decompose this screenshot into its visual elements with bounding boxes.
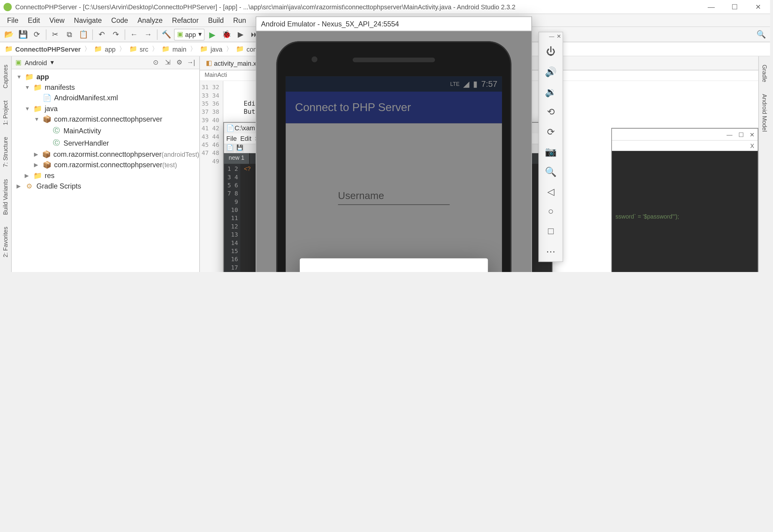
- tree-item[interactable]: ▶📦com.razormist.connecttophpserver (andr…: [12, 149, 199, 160]
- home-icon[interactable]: ○: [539, 201, 562, 221]
- menu-code[interactable]: Code: [106, 15, 132, 26]
- undo-icon[interactable]: ↶: [95, 28, 108, 41]
- left-tab[interactable]: 1: Project: [1, 97, 10, 128]
- cut-icon[interactable]: ✂: [49, 28, 62, 41]
- external-editor-gutter: 1 2 3 4 5 6 7 8 9 10 11 12 13 14 15 16 1…: [224, 164, 241, 272]
- power-icon[interactable]: ⏻: [539, 42, 562, 62]
- minimize-button[interactable]: —: [726, 131, 732, 138]
- tree-item[interactable]: ▼📦com.razormist.connecttophpserver: [12, 114, 199, 124]
- more-icon[interactable]: ⋯: [539, 241, 562, 261]
- tree-item[interactable]: 📄AndroidManifest.xml: [12, 93, 199, 103]
- secondary-code[interactable]: ssword` = '$password'");: [612, 151, 758, 272]
- fe-menu-item[interactable]: Edit: [240, 135, 251, 142]
- overview-icon[interactable]: □: [539, 221, 562, 241]
- breadcrumb-segment[interactable]: 📁java: [198, 45, 225, 53]
- project-view-label[interactable]: Android: [25, 59, 47, 66]
- tree-scope: (androidTest): [161, 151, 199, 158]
- tree-item[interactable]: ▶⚙Gradle Scripts: [12, 181, 199, 191]
- folder-icon: 📁: [129, 45, 137, 53]
- menu-build[interactable]: Build: [204, 15, 229, 26]
- tree-item[interactable]: ⒸServerHandler: [12, 137, 199, 149]
- save-icon[interactable]: 💾: [17, 28, 29, 41]
- close-button[interactable]: ✕: [750, 131, 754, 138]
- phone-screen[interactable]: LTE ◢ ▮ 7:57 Connect to PHP Server Usern…: [286, 76, 502, 272]
- folder-icon: 📁: [200, 45, 208, 53]
- make-icon[interactable]: 🔨: [160, 28, 173, 41]
- close-button[interactable]: ✕: [750, 3, 767, 11]
- tree-scope: (test): [162, 162, 177, 168]
- menu-refactor[interactable]: Refactor: [167, 15, 204, 26]
- tree-label: com.razormist.connecttophpserver: [54, 115, 162, 123]
- external-editor-tab[interactable]: new 1: [224, 153, 250, 164]
- left-tab[interactable]: 7: Structure: [1, 133, 10, 171]
- rotate-left-icon[interactable]: ⟲: [539, 101, 562, 121]
- breadcrumb-segment[interactable]: 📁ConnecttoPHPServer: [2, 45, 83, 53]
- dropdown-icon[interactable]: ▾: [50, 59, 54, 66]
- folder-icon: 📁: [33, 104, 42, 113]
- app-icon: [4, 3, 12, 11]
- left-tab[interactable]: Captures: [1, 61, 10, 92]
- paste-icon[interactable]: 📋: [77, 28, 90, 41]
- tool-icon[interactable]: 💾: [236, 144, 244, 153]
- run-config-selector[interactable]: ▣ app ▾: [174, 29, 205, 40]
- breadcrumb-segment[interactable]: 📁main: [159, 45, 189, 53]
- maximize-button[interactable]: ☐: [726, 3, 743, 11]
- profile-icon[interactable]: ▶: [234, 28, 247, 41]
- external-editor-title-text: C:\xam: [235, 125, 255, 131]
- expand-icon[interactable]: ⇲: [163, 59, 172, 66]
- rotate-right-icon[interactable]: ⟳: [539, 122, 562, 141]
- forward-icon[interactable]: →: [141, 28, 154, 41]
- menu-view[interactable]: View: [45, 15, 69, 26]
- open-icon[interactable]: 📂: [2, 28, 15, 41]
- breadcrumb-segment[interactable]: 📁src: [127, 45, 151, 53]
- debug-icon[interactable]: 🐞: [220, 28, 233, 41]
- menu-edit[interactable]: Edit: [23, 15, 45, 26]
- menu-navigate[interactable]: Navigate: [69, 15, 106, 26]
- menu-analyze[interactable]: Analyze: [133, 15, 167, 26]
- menu-file[interactable]: File: [2, 15, 23, 26]
- sync-icon[interactable]: ⟳: [31, 28, 44, 41]
- zoom-icon[interactable]: 🔍: [539, 162, 562, 181]
- tree-arrow-icon: ▼: [34, 116, 42, 122]
- tree-item[interactable]: ▶📦com.razormist.connecttophpserver (test…: [12, 160, 199, 170]
- back-icon[interactable]: ◁: [539, 181, 562, 201]
- emulator-title-text: Android Emulator - Nexus_5X_API_24:5554: [261, 20, 399, 28]
- right-tab[interactable]: Android Model: [760, 90, 769, 135]
- tab-close-icon[interactable]: X: [750, 142, 754, 149]
- tree-arrow-icon: ▶: [17, 183, 25, 189]
- minimize-button[interactable]: —: [703, 3, 720, 11]
- dialog-scrim[interactable]: [286, 76, 502, 272]
- tree-label: res: [45, 171, 55, 180]
- class-icon: Ⓒ: [52, 138, 61, 148]
- hide-icon[interactable]: →|: [186, 59, 196, 66]
- tree-item[interactable]: ⒸMainActivity: [12, 125, 199, 137]
- search-icon[interactable]: 🔍: [755, 28, 768, 41]
- run-button[interactable]: ▶: [206, 28, 219, 41]
- tree-item[interactable]: ▶📁res: [12, 170, 199, 181]
- redo-icon[interactable]: ↷: [109, 28, 122, 41]
- back-icon[interactable]: ←: [127, 28, 140, 41]
- minimize-icon[interactable]: —: [549, 33, 554, 40]
- tool-icon[interactable]: 📄: [226, 144, 234, 153]
- tree-item[interactable]: ▼📁manifests: [12, 82, 199, 93]
- right-tab[interactable]: Gradle: [760, 61, 769, 86]
- maximize-button[interactable]: ☐: [738, 131, 744, 138]
- volume-down-icon[interactable]: 🔉: [539, 82, 562, 101]
- close-icon[interactable]: ✕: [556, 33, 561, 40]
- fe-menu-item[interactable]: File: [226, 135, 237, 142]
- emulator-surface: LTE ◢ ▮ 7:57 Connect to PHP Server Usern…: [256, 31, 531, 272]
- menu-run[interactable]: Run: [229, 15, 251, 26]
- emulator-window: Android Emulator - Nexus_5X_API_24:5554 …: [256, 17, 532, 272]
- volume-up-icon[interactable]: 🔊: [539, 62, 562, 81]
- tree-item[interactable]: ▼📁app: [12, 72, 199, 82]
- screenshot-icon[interactable]: 📷: [539, 141, 562, 161]
- tree-item[interactable]: ▼📁java: [12, 103, 199, 114]
- breadcrumb-segment[interactable]: 📁app: [92, 45, 118, 53]
- tree-label: MainActivity: [63, 126, 101, 135]
- copy-icon[interactable]: ⧉: [63, 28, 76, 41]
- left-tab[interactable]: 2: Favorites: [1, 223, 10, 261]
- gear-icon[interactable]: ⚙: [174, 59, 184, 66]
- project-tree: ▼📁app▼📁manifests📄AndroidManifest.xml▼📁ja…: [12, 69, 199, 272]
- collapse-icon[interactable]: ⊙: [151, 59, 160, 66]
- left-tab[interactable]: Build Variants: [1, 175, 10, 218]
